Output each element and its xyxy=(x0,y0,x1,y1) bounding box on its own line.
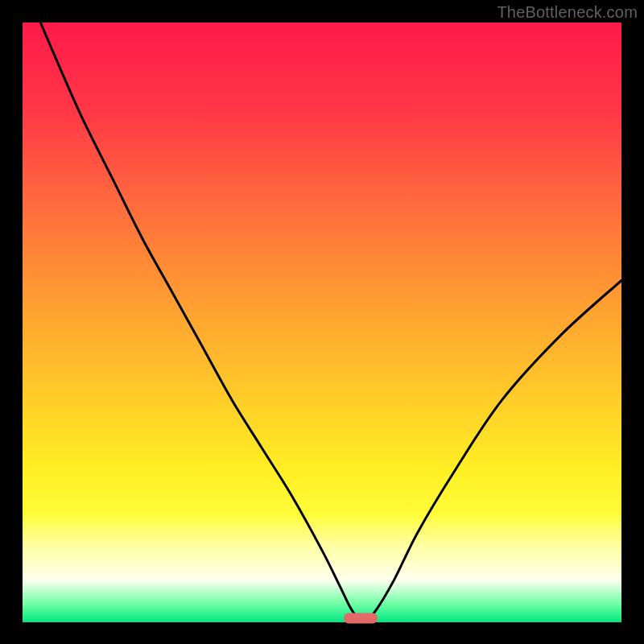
chart-plot-area xyxy=(23,23,621,622)
watermark-text: TheBottleneck.com xyxy=(497,3,638,22)
chart-curve-svg xyxy=(23,23,621,622)
minimum-marker xyxy=(344,613,378,624)
chart-frame: TheBottleneck.com xyxy=(0,0,644,644)
bottleneck-curve xyxy=(40,23,621,622)
